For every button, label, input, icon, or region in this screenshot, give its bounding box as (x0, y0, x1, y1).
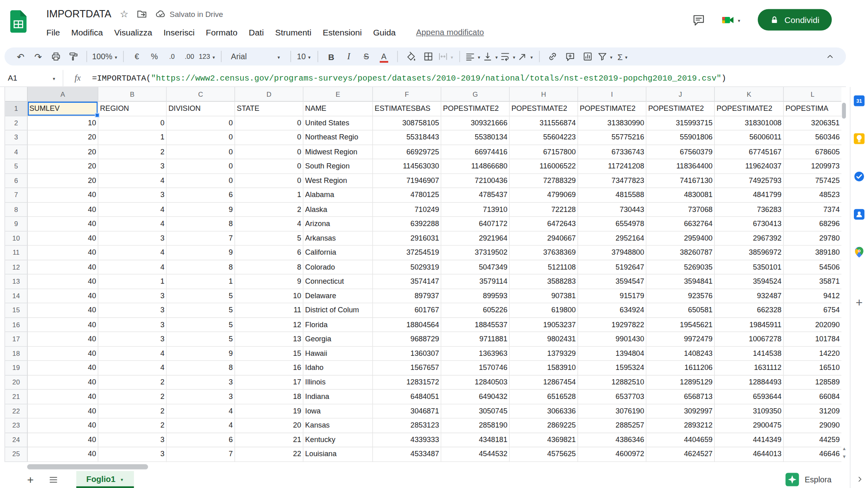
cell-J9[interactable]: 6632764 (646, 217, 715, 231)
cell-A20[interactable]: 40 (28, 375, 98, 390)
cell-I17[interactable]: 9901430 (578, 332, 647, 347)
column-header-D[interactable]: D (235, 87, 304, 102)
cell-E20[interactable]: Illinois (304, 375, 373, 390)
cell-L14[interactable]: 9412 (784, 289, 841, 303)
cell-A9[interactable]: 40 (28, 217, 98, 231)
cell-J14[interactable]: 923576 (646, 289, 715, 303)
cell-B16[interactable]: 3 (98, 318, 167, 332)
cell-E3[interactable]: Northeast Regio (304, 131, 373, 145)
cell-H23[interactable]: 2869225 (510, 419, 578, 433)
star-icon[interactable]: ☆ (120, 8, 128, 20)
row-header-17[interactable]: 17 (5, 332, 28, 347)
row-header-3[interactable]: 3 (5, 131, 28, 145)
cell-H9[interactable]: 6472643 (510, 217, 578, 231)
cell-F8[interactable]: 710249 (373, 202, 441, 217)
row-header-7[interactable]: 7 (5, 188, 28, 203)
cell-J11[interactable]: 38260787 (646, 246, 715, 260)
cell-H14[interactable]: 907381 (510, 289, 578, 303)
cell-E18[interactable]: Hawaii (304, 347, 373, 361)
hide-menus-button[interactable] (822, 49, 838, 64)
side-panel-expand-icon[interactable] (856, 475, 864, 486)
column-header-J[interactable]: J (646, 87, 715, 102)
comment-history-icon[interactable] (692, 13, 705, 26)
row-header-13[interactable]: 13 (5, 274, 28, 289)
cell-B1[interactable]: REGION (98, 102, 167, 116)
cell-I8[interactable]: 730443 (578, 202, 647, 217)
tasks-icon[interactable] (854, 171, 865, 182)
cell-F25[interactable]: 4533487 (373, 447, 441, 462)
cell-B18[interactable]: 4 (98, 347, 167, 361)
horizontal-scrollbar[interactable] (27, 464, 148, 469)
cell-F1[interactable]: ESTIMATESBAS (373, 102, 441, 116)
cell-G22[interactable]: 3050745 (441, 404, 510, 419)
save-status[interactable]: Salvato in Drive (156, 9, 223, 19)
cell-I18[interactable]: 1394804 (578, 347, 647, 361)
cell-E21[interactable]: Indiana (304, 390, 373, 404)
cell-B23[interactable]: 2 (98, 419, 167, 433)
cell-G14[interactable]: 899593 (441, 289, 510, 303)
cell-A13[interactable]: 40 (28, 274, 98, 289)
cell-A17[interactable]: 40 (28, 332, 98, 347)
cell-H15[interactable]: 619800 (510, 303, 578, 318)
cell-D8[interactable]: 2 (235, 202, 304, 217)
cell-B6[interactable]: 4 (98, 174, 167, 188)
move-folder-icon[interactable] (137, 9, 147, 19)
explore-button[interactable]: Esplora (785, 473, 831, 486)
font-size-select[interactable]: 10 (296, 49, 312, 64)
cell-J3[interactable]: 55901806 (646, 131, 715, 145)
filter-button[interactable] (597, 49, 614, 64)
cell-I19[interactable]: 1595324 (578, 361, 647, 376)
cell-H7[interactable]: 4799069 (510, 188, 578, 203)
cell-E16[interactable]: Florida (304, 318, 373, 332)
row-header-8[interactable]: 8 (5, 202, 28, 217)
cell-I2[interactable]: 313830990 (578, 116, 647, 131)
cell-K8[interactable]: 736283 (715, 202, 784, 217)
cell-G2[interactable]: 309321666 (441, 116, 510, 131)
cell-L16[interactable]: 202090 (784, 318, 841, 332)
italic-button[interactable]: I (341, 49, 357, 64)
row-header-4[interactable]: 4 (5, 145, 28, 160)
cell-D9[interactable]: 4 (235, 217, 304, 231)
redo-button[interactable]: ↷ (30, 49, 46, 64)
cell-J19[interactable]: 1611206 (646, 361, 715, 376)
cell-A21[interactable]: 40 (28, 390, 98, 404)
row-header-20[interactable]: 20 (5, 375, 28, 390)
cell-K11[interactable]: 38596972 (715, 246, 784, 260)
sheets-logo-icon[interactable] (10, 10, 27, 35)
cell-L20[interactable]: 128589 (784, 375, 841, 390)
cell-D17[interactable]: 13 (235, 332, 304, 347)
cell-L11[interactable]: 389180 (784, 246, 841, 260)
cell-C20[interactable]: 3 (167, 375, 235, 390)
number-format-button[interactable]: 123 (199, 49, 216, 64)
cell-I3[interactable]: 55775216 (578, 131, 647, 145)
cell-F7[interactable]: 4780125 (373, 188, 441, 203)
cell-H11[interactable]: 37638369 (510, 246, 578, 260)
cell-H2[interactable]: 311556874 (510, 116, 578, 131)
cell-G7[interactable]: 4785437 (441, 188, 510, 203)
row-header-15[interactable]: 15 (5, 303, 28, 318)
cell-H12[interactable]: 5121108 (510, 260, 578, 274)
cell-C10[interactable]: 7 (167, 231, 235, 246)
cell-F3[interactable]: 55318443 (373, 131, 441, 145)
cell-I11[interactable]: 37948800 (578, 246, 647, 260)
menu-inserisci[interactable]: Inserisci (158, 26, 200, 38)
insert-chart-button[interactable] (580, 49, 596, 64)
cell-J10[interactable]: 2959400 (646, 231, 715, 246)
cell-F6[interactable]: 71946907 (373, 174, 441, 188)
menu-visualizza[interactable]: Visualizza (108, 26, 158, 38)
cell-F20[interactable]: 12831572 (373, 375, 441, 390)
cell-D7[interactable]: 1 (235, 188, 304, 203)
cell-E22[interactable]: Iowa (304, 404, 373, 419)
cell-G24[interactable]: 4348181 (441, 433, 510, 447)
cell-B5[interactable]: 3 (98, 159, 167, 174)
cell-D16[interactable]: 12 (235, 318, 304, 332)
cell-D1[interactable]: STATE (235, 102, 304, 116)
cell-A15[interactable]: 40 (28, 303, 98, 318)
cell-I25[interactable]: 4600972 (578, 447, 647, 462)
contacts-icon[interactable] (854, 209, 865, 220)
cell-J25[interactable]: 4624527 (646, 447, 715, 462)
keep-icon[interactable] (854, 133, 865, 144)
cell-L13[interactable]: 35871 (784, 274, 841, 289)
cell-J1[interactable]: POPESTIMATE2 (646, 102, 715, 116)
cell-E6[interactable]: West Region (304, 174, 373, 188)
